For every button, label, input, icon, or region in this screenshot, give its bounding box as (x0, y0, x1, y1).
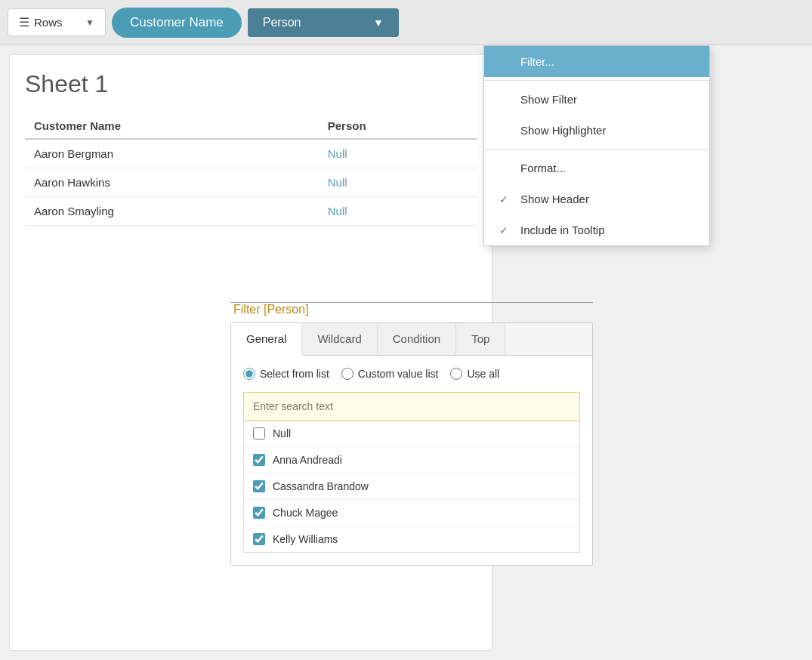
checkbox-null[interactable] (253, 427, 265, 439)
radio-select-from-list-input[interactable] (243, 368, 255, 380)
chevron-down-icon: ▼ (85, 17, 94, 28)
checkbox-kelly[interactable] (253, 533, 265, 545)
checkmark-icon: ✓ (499, 224, 513, 236)
checkbox-chuck[interactable] (253, 507, 265, 519)
customer-name-cell: Aaron Bergman (25, 139, 319, 168)
list-item-chuck-label: Chuck Magee (273, 507, 338, 519)
hamburger-icon: ☰ (19, 15, 29, 29)
menu-item-show-header[interactable]: ✓ Show Header (484, 184, 709, 214)
filter-content: Select from list Custom value list Use a… (231, 356, 592, 565)
tab-general[interactable]: General (231, 323, 302, 356)
main-area: Sheet 1 Customer Name Person Aaron Bergm… (0, 45, 812, 660)
menu-item-include-tooltip-label: Include in Tooltip (520, 224, 604, 236)
data-table: Customer Name Person Aaron Bergman Null … (25, 113, 477, 226)
menu-item-filter-label: Filter... (520, 55, 554, 68)
filter-title: Filter [Person] (230, 303, 593, 316)
sheet-title: Sheet 1 (25, 70, 477, 98)
menu-item-show-header-label: Show Header (520, 193, 589, 205)
radio-custom-value-list[interactable]: Custom value list (341, 368, 439, 380)
rows-label: Rows (34, 16, 63, 29)
customer-name-pill[interactable]: Customer Name (112, 8, 242, 38)
list-item-anna-label: Anna Andreadi (273, 454, 342, 466)
list-item-null-label: Null (273, 427, 291, 439)
search-input[interactable] (243, 392, 580, 421)
tab-wildcard[interactable]: Wildcard (302, 323, 377, 355)
table-row: Aaron Bergman Null (25, 139, 477, 168)
list-item-cassandra[interactable]: Cassandra Brandow (244, 473, 579, 500)
customer-name-cell: Aaron Hawkins (25, 168, 319, 197)
checkbox-anna[interactable] (253, 454, 265, 466)
filter-box: General Wildcard Condition Top Select fr… (230, 322, 593, 566)
list-item-anna[interactable]: Anna Andreadi (244, 447, 579, 473)
menu-item-show-filter[interactable]: Show Filter (484, 84, 709, 115)
person-label: Person (263, 16, 301, 29)
radio-group: Select from list Custom value list Use a… (243, 368, 580, 380)
column-header-person: Person (319, 113, 477, 139)
checkbox-cassandra[interactable] (253, 480, 265, 492)
table-row: Aaron Hawkins Null (25, 168, 477, 197)
person-cell: Null (319, 197, 477, 226)
radio-custom-value-list-label: Custom value list (358, 368, 439, 380)
tab-top[interactable]: Top (456, 323, 505, 355)
menu-item-include-tooltip[interactable]: ✓ Include in Tooltip (484, 214, 709, 245)
radio-select-from-list[interactable]: Select from list (243, 368, 329, 380)
radio-use-all[interactable]: Use all (450, 368, 499, 380)
menu-item-format[interactable]: Format... (484, 153, 709, 184)
list-item-kelly[interactable]: Kelly Williams (244, 526, 579, 552)
list-item-cassandra-label: Cassandra Brandow (273, 480, 369, 492)
person-dropdown-button[interactable]: Person ▼ (248, 8, 399, 37)
menu-item-format-label: Format... (520, 162, 566, 174)
menu-divider-1 (484, 80, 709, 81)
radio-custom-value-list-input[interactable] (341, 368, 354, 380)
context-menu: Filter... Show Filter Show Highlighter F… (483, 45, 710, 246)
tab-condition[interactable]: Condition (378, 323, 456, 355)
list-item-null[interactable]: Null (244, 421, 579, 447)
list-item-kelly-label: Kelly Williams (273, 533, 338, 545)
menu-divider-2 (484, 149, 709, 150)
customer-name-cell: Aaron Smayling (25, 197, 319, 226)
checkbox-list: Null Anna Andreadi Cassandra Brandow Chu… (243, 421, 580, 553)
menu-item-filter[interactable]: Filter... (484, 46, 709, 77)
radio-use-all-label: Use all (467, 368, 499, 380)
menu-item-show-highlighter-label: Show Highlighter (520, 124, 606, 137)
chevron-down-icon: ▼ (373, 17, 384, 29)
radio-select-from-list-label: Select from list (260, 368, 329, 380)
toolbar: ☰ Rows ▼ Customer Name Person ▼ (0, 0, 812, 45)
checkmark-icon: ✓ (499, 193, 513, 205)
rows-button[interactable]: ☰ Rows ▼ (8, 8, 106, 36)
table-row: Aaron Smayling Null (25, 197, 477, 226)
filter-tabs: General Wildcard Condition Top (231, 323, 592, 356)
list-item-chuck[interactable]: Chuck Magee (244, 500, 579, 526)
menu-item-show-filter-label: Show Filter (520, 93, 577, 106)
person-cell: Null (319, 139, 477, 168)
person-cell: Null (319, 168, 477, 197)
filter-panel: Filter [Person] General Wildcard Conditi… (230, 302, 593, 566)
menu-item-show-highlighter[interactable]: Show Highlighter (484, 115, 709, 146)
radio-use-all-input[interactable] (450, 368, 462, 380)
column-header-customer: Customer Name (25, 113, 319, 139)
